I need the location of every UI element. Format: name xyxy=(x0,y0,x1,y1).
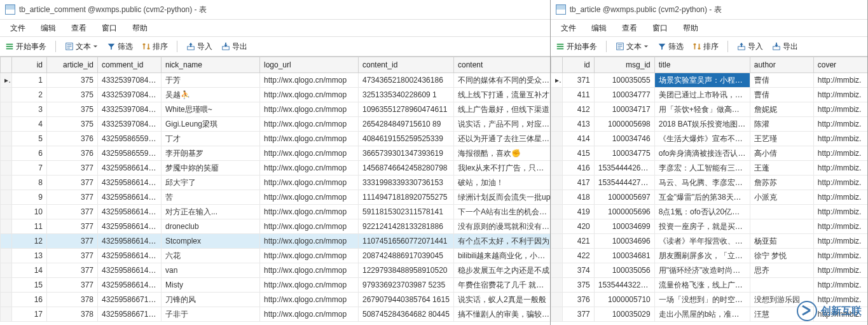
cell[interactable]: 415 xyxy=(562,146,594,161)
cell[interactable]: 375 xyxy=(47,117,98,132)
cell[interactable]: 422 xyxy=(562,249,594,263)
table-row[interactable]: 4171535444427739马云、马化腾、李彦宏齐聚詹苏苏http://mm… xyxy=(551,176,867,190)
cell[interactable]: http://wx.qlogo.cn/mmop xyxy=(260,278,359,293)
row-gutter[interactable] xyxy=(1,293,12,307)
cell[interactable]: 378 xyxy=(47,293,98,307)
cell[interactable]: 场景实验室吴声：小程序很 xyxy=(654,73,750,88)
cell[interactable]: 43259586614724 xyxy=(98,234,162,249)
row-gutter[interactable] xyxy=(1,205,12,219)
cell[interactable]: 3251335340228609 1 xyxy=(359,88,454,102)
table-row[interactable]: 422100034681朋友圈刷屏多次，「立问人徐宁 梦悦http://mmbi… xyxy=(551,249,867,263)
cell[interactable]: 9221241428133281886 xyxy=(359,219,454,234)
cell[interactable]: 3665739301347393619 xyxy=(359,146,454,161)
cell[interactable]: 43259586614724 xyxy=(98,161,162,176)
cell[interactable]: 高小倩 xyxy=(750,146,813,161)
cell[interactable]: 破站，加油！ xyxy=(454,176,550,190)
cell[interactable]: 421 xyxy=(562,234,594,249)
cell[interactable]: http://wx.qlogo.cn/mmop xyxy=(260,293,359,307)
table-row[interactable]: 41310000056982018 BAT娱乐投资地图，看陈灌http://mm… xyxy=(551,117,867,132)
row-gutter[interactable] xyxy=(1,249,12,263)
cell[interactable]: 377 xyxy=(562,307,594,322)
table-row[interactable]: 1037743259586614724对方正在输入...http://wx.ql… xyxy=(1,205,550,219)
cell[interactable]: 14568746642458280798 xyxy=(359,161,454,176)
cell[interactable]: 377 xyxy=(47,161,98,176)
cell[interactable]: 杨亚茹 xyxy=(750,234,813,249)
cell[interactable]: http://wx.qlogo.cn/mmop xyxy=(260,117,359,132)
cell[interactable]: http://wx.qlogo.cn/mmop xyxy=(260,307,359,322)
cell[interactable]: 13 xyxy=(12,249,47,263)
cell[interactable]: http://mmbiz. xyxy=(813,190,867,205)
table-row[interactable]: 420100034699投资一座房子，就是买一座http://mmbiz. xyxy=(551,219,867,234)
column-header[interactable]: cover xyxy=(813,57,867,73)
cell[interactable]: 419 xyxy=(562,205,594,219)
cell[interactable]: 413 xyxy=(562,117,594,132)
cell[interactable]: 11 xyxy=(12,219,47,234)
table-row[interactable]: 4161535444426668李彦宏：人工智能有三个误王蓬http://mmb… xyxy=(551,161,867,176)
cell[interactable]: 3 xyxy=(12,102,47,117)
cell[interactable]: 王蓬 xyxy=(750,161,813,176)
table-row[interactable]: ▸137543325397084944于芳http://wx.qlogo.cn/… xyxy=(1,73,550,88)
cell[interactable]: 377 xyxy=(47,263,98,278)
cell[interactable]: 1000005696 xyxy=(594,205,654,219)
table-row[interactable]: 1337743259586614724六花http://wx.qlogo.cn/… xyxy=(1,249,550,263)
cell[interactable]: 小派克 xyxy=(750,190,813,205)
column-header[interactable]: msg_id xyxy=(594,57,654,73)
cell[interactable]: 508745284364682 80445 xyxy=(359,307,454,322)
cell[interactable]: 《生活大爆炸》宣布不再续 xyxy=(654,132,750,146)
cell[interactable]: 10 xyxy=(12,205,47,219)
cell[interactable]: http://mmbiz. xyxy=(813,249,867,263)
sort-button[interactable]: 排序 xyxy=(691,41,720,53)
cell[interactable]: 100034681 xyxy=(594,249,654,263)
cell[interactable]: 曹倩 xyxy=(750,88,813,102)
cell[interactable]: 下一个A站有出生的机会了。 xyxy=(454,205,550,219)
row-gutter[interactable] xyxy=(551,102,562,117)
cell[interactable]: 43259586614724 xyxy=(98,205,162,219)
cell[interactable]: 詹苏苏 xyxy=(750,176,813,190)
table-row[interactable]: 437543325397084944Gigi.Leung梁琪http://wx.… xyxy=(1,117,550,132)
cell[interactable]: http://mmbiz. xyxy=(813,88,867,102)
cell[interactable]: 43259586614724 xyxy=(98,263,162,278)
table-row[interactable]: 937743259586614724苦http://wx.qlogo.cn/mm… xyxy=(1,190,550,205)
cell[interactable]: 979336923703987 5235 xyxy=(359,278,454,293)
cell[interactable]: 流量价格飞涨，线上广告预 xyxy=(654,278,750,293)
row-gutter[interactable] xyxy=(1,117,12,132)
cell[interactable]: http://mmbiz. xyxy=(813,205,867,219)
cell[interactable]: 411 xyxy=(562,88,594,102)
row-gutter[interactable] xyxy=(551,205,562,219)
cell[interactable]: 4734365218002436186 xyxy=(359,73,454,88)
cell[interactable]: 375 xyxy=(562,278,594,293)
table-row[interactable]: 337543325397084944White思瑾喂~http://wx.qlo… xyxy=(1,102,550,117)
cell[interactable]: 375 xyxy=(47,88,98,102)
table-row[interactable]: 412100034717用「茶饮+轻食」做高品质！詹妮妮http://mmbiz… xyxy=(551,102,867,117)
table-row[interactable]: 837743259586614724邱大宇了http://wx.qlogo.cn… xyxy=(1,176,550,190)
cell[interactable]: 377 xyxy=(47,249,98,263)
cell[interactable]: 375 xyxy=(47,73,98,88)
cell[interactable]: 14 xyxy=(12,263,47,278)
cell[interactable]: 8点1氪：ofo否认20亿美元 xyxy=(654,205,750,219)
table-row[interactable]: 411100034777美团已通过上市聆讯，将于9曹倩http://mmbiz. xyxy=(551,88,867,102)
row-gutter[interactable] xyxy=(551,190,562,205)
cell[interactable]: Gigi.Leung梁琪 xyxy=(162,117,260,132)
cell[interactable]: http://wx.qlogo.cn/mmop xyxy=(260,263,359,278)
begin-transaction-button[interactable]: 开始事务 xyxy=(555,41,598,53)
cell[interactable]: http://mmbiz. xyxy=(813,234,867,249)
cell[interactable]: http://wx.qlogo.cn/mmop xyxy=(260,176,359,190)
cell[interactable]: 马云、马化腾、李彦宏齐聚 xyxy=(654,176,750,190)
table-row[interactable]: 637643259586559359李开朗基罗http://wx.qlogo.c… xyxy=(1,146,550,161)
cell[interactable]: 稳步发展五年之内还是不成 xyxy=(454,263,550,278)
cell[interactable]: 用「茶饮+轻食」做高品质！ xyxy=(654,102,750,117)
cell[interactable]: http://wx.qlogo.cn/mmop xyxy=(260,88,359,102)
cell[interactable]: 1535444427739 xyxy=(594,176,654,190)
cell[interactable]: 搞不懂剧人的审美，骗较多！ xyxy=(454,307,550,322)
cell[interactable]: 12297938488958910520 xyxy=(359,263,454,278)
menu-item[interactable]: 查看 xyxy=(614,22,645,35)
cell[interactable]: http://wx.qlogo.cn/mmop xyxy=(260,205,359,219)
cell[interactable]: 不同的媒体有不同的受众，才 xyxy=(454,73,550,88)
row-gutter[interactable] xyxy=(1,278,12,293)
column-header[interactable]: comment_id xyxy=(98,57,162,73)
row-gutter[interactable] xyxy=(1,146,12,161)
column-header[interactable]: nick_name xyxy=(162,57,260,73)
cell[interactable] xyxy=(750,278,813,293)
cell[interactable]: 8 xyxy=(12,176,47,190)
menu-item[interactable]: 窗口 xyxy=(94,22,125,35)
